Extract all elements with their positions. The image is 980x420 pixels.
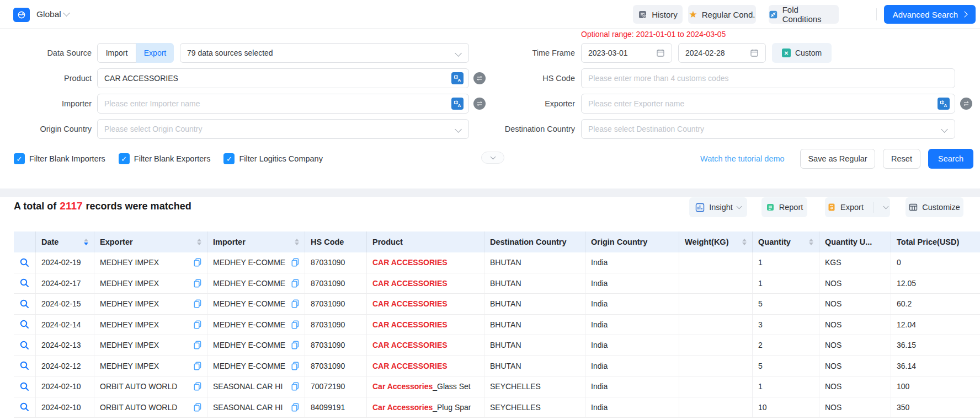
row-date: 2024-02-17 (36, 273, 94, 294)
row-product: CAR ACCESSORIES (367, 294, 484, 314)
importer-input[interactable] (97, 94, 469, 114)
row-quantity: 5 (753, 356, 819, 376)
translate-icon[interactable]: A (938, 98, 950, 110)
row-detail-cell (14, 273, 36, 294)
row-quantity-unit: NOS (819, 294, 891, 314)
save-as-regular-button[interactable]: Save as Regular (800, 149, 875, 169)
col-quantity[interactable]: Quantity (753, 231, 819, 252)
checkbox-checked-icon: ✓ (223, 153, 235, 164)
col-date[interactable]: Date (36, 231, 94, 252)
end-date-input[interactable]: 2024-02-28 (678, 43, 766, 63)
filter-checkbox-row: ✓ Filter Blank Importers ✓ Filter Blank … (14, 153, 323, 164)
report-button[interactable]: Report (761, 197, 807, 217)
tutorial-link[interactable]: Watch the tutorial demo (700, 149, 785, 169)
collapse-form-button[interactable] (481, 152, 504, 164)
import-toggle[interactable]: Import (97, 43, 136, 63)
origin-country-select[interactable]: Please select Origin Country (97, 119, 469, 139)
copy-icon[interactable] (291, 258, 299, 267)
sort-icon[interactable] (742, 239, 747, 246)
copy-icon[interactable] (291, 299, 299, 308)
insight-button[interactable]: Insight (689, 197, 747, 217)
sort-icon[interactable] (809, 239, 813, 246)
history-button[interactable]: History (633, 5, 683, 24)
copy-icon[interactable] (194, 299, 201, 308)
magnifier-icon[interactable] (19, 319, 30, 330)
sort-icon[interactable] (197, 239, 201, 246)
row-quantity: 1 (753, 376, 819, 397)
col-destination-country: Destination Country (484, 231, 585, 252)
magnifier-icon[interactable] (19, 278, 30, 288)
chevron-down-icon[interactable] (63, 9, 70, 17)
export-button[interactable]: Export (825, 197, 890, 217)
copy-icon[interactable] (194, 382, 201, 391)
data-sources-select[interactable]: 79 data sources selected (180, 43, 469, 63)
row-date: 2024-02-14 (36, 315, 94, 335)
chevron-down-icon[interactable] (883, 204, 889, 209)
filter-blank-exporters-checkbox[interactable]: ✓ Filter Blank Exporters (119, 153, 211, 164)
filter-logistics-company-checkbox[interactable]: ✓ Filter Logitics Company (223, 153, 323, 164)
table-row: 2024-02-15 MEDHEY IMPEX MEDHEY E-COMME 8… (14, 294, 980, 315)
magnifier-icon[interactable] (19, 402, 30, 412)
search-button[interactable]: Search (928, 149, 973, 169)
hs-code-input[interactable] (581, 68, 955, 88)
copy-icon[interactable] (291, 279, 299, 288)
col-exporter[interactable]: Exporter (94, 231, 207, 252)
row-origin: India (585, 335, 679, 356)
row-product: CAR ACCESSORIES (367, 315, 484, 335)
region-selector[interactable]: Global (36, 0, 61, 28)
row-destination: BHUTAN (484, 335, 585, 356)
fold-conditions-button[interactable]: Fold Conditions (769, 5, 839, 24)
copy-icon[interactable] (194, 320, 201, 329)
row-product: Car Accessories_Glass Set (367, 376, 484, 397)
row-hs-code: 87031090 (305, 335, 367, 356)
copy-icon[interactable] (194, 403, 201, 412)
translate-icon[interactable]: A (451, 72, 464, 84)
chevron-down-icon (490, 154, 496, 160)
importer-label: Importer (0, 94, 92, 114)
row-total-price: 12.04 (891, 315, 980, 335)
copy-icon[interactable] (291, 362, 299, 370)
magnifier-icon[interactable] (19, 381, 30, 392)
copy-icon[interactable] (291, 403, 299, 412)
magnifier-icon[interactable] (19, 257, 30, 268)
col-importer[interactable]: Importer (207, 231, 305, 252)
product-input[interactable] (97, 68, 469, 88)
sort-icon[interactable] (84, 239, 88, 246)
advanced-search-button[interactable]: Advanced Search (884, 5, 976, 24)
row-importer: MEDHEY E-COMME (207, 315, 305, 335)
col-weight[interactable]: Weight(KG) (679, 231, 753, 252)
row-total-price: 36.15 (891, 335, 980, 356)
magnifier-icon[interactable] (19, 299, 30, 309)
copy-icon[interactable] (291, 382, 299, 391)
row-total-price: 350 (891, 397, 980, 418)
export-toggle[interactable]: Export (136, 43, 174, 63)
reset-button[interactable]: Reset (883, 149, 920, 169)
checkbox-checked-icon: ✓ (14, 153, 25, 164)
row-importer: MEDHEY E-COMME (207, 294, 305, 314)
destination-country-select[interactable]: Please select Destination Country (581, 119, 955, 139)
magnifier-icon[interactable] (19, 360, 30, 371)
row-date: 2024-02-19 (36, 252, 94, 273)
copy-icon[interactable] (194, 341, 201, 349)
synonym-icon[interactable] (960, 98, 972, 110)
start-date-input[interactable]: 2023-03-01 (581, 43, 672, 63)
row-hs-code: 87031090 (305, 315, 367, 335)
copy-icon[interactable] (194, 258, 201, 267)
sort-icon[interactable] (295, 239, 299, 246)
row-importer: SEASONAL CAR HI (207, 397, 305, 418)
exporter-input[interactable] (581, 94, 955, 114)
copy-icon[interactable] (291, 341, 299, 349)
copy-icon[interactable] (291, 320, 299, 329)
regular-cond-button[interactable]: ★ Regular Cond. (688, 5, 756, 24)
filter-blank-importers-checkbox[interactable]: ✓ Filter Blank Importers (14, 153, 105, 164)
magnifier-icon[interactable] (19, 340, 30, 351)
globe-logo-icon (13, 8, 30, 22)
results-table: Date Exporter Importer HS Code Product D… (14, 231, 980, 418)
row-date: 2024-02-10 (36, 376, 94, 397)
translate-icon[interactable]: A (451, 98, 464, 110)
custom-range-button[interactable]: ✕ Custom (772, 43, 832, 63)
checkbox-checked-icon: ✓ (119, 153, 130, 164)
copy-icon[interactable] (194, 362, 201, 370)
customize-button[interactable]: Customize (906, 197, 963, 217)
copy-icon[interactable] (194, 279, 201, 288)
